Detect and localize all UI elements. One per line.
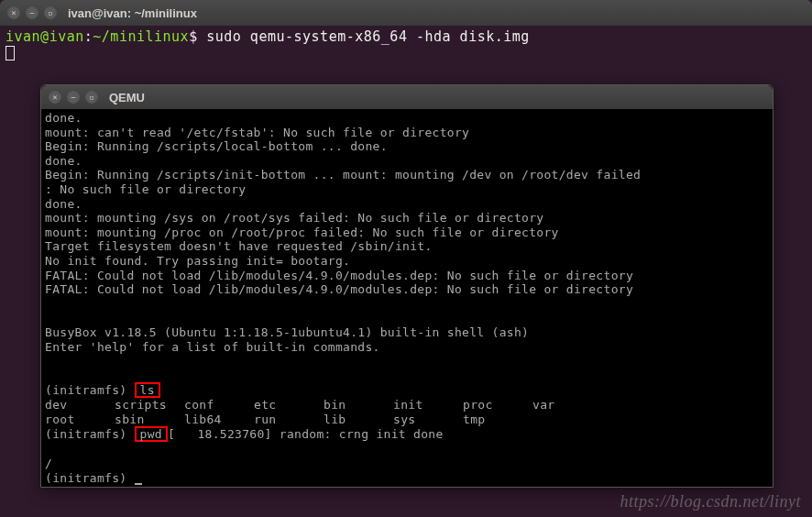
- watermark-text: https://blog.csdn.net/linyt: [620, 492, 801, 512]
- boot-log-line: done.: [45, 154, 769, 169]
- boot-log-line: mount: can't read '/etc/fstab': No such …: [45, 126, 769, 140]
- pwd-output: /: [45, 456, 769, 471]
- ls-entry: tmp: [463, 412, 532, 427]
- ls-command-highlighted: ls: [135, 382, 160, 398]
- boot-log-line: Begin: Running /scripts/local-bottom ...…: [45, 139, 769, 154]
- boot-log-line: mount: mounting /proc on /root/proc fail…: [45, 226, 769, 240]
- window-controls: × − ▫: [7, 6, 57, 19]
- boot-log-line: FATAL: Could not load /lib/modules/4.9.0…: [45, 282, 769, 297]
- boot-log-line: mount: mounting /sys on /root/sys failed…: [45, 211, 769, 226]
- minimize-icon[interactable]: −: [26, 6, 38, 19]
- ls-entry: root: [45, 412, 115, 427]
- qemu-window-title: QEMU: [109, 91, 145, 104]
- boot-log-line: done.: [45, 197, 769, 212]
- host-window-title: ivan@ivan: ~/minilinux: [68, 6, 197, 20]
- ls-entry: conf: [184, 398, 254, 412]
- boot-log-line: No init found. Try passing init= bootarg…: [45, 254, 769, 269]
- ls-entry: var: [532, 398, 602, 412]
- ls-entry: [532, 412, 602, 427]
- prompt-sep: :: [84, 28, 93, 45]
- close-icon[interactable]: ×: [7, 6, 20, 19]
- initramfs-prompt: (initramfs): [45, 383, 135, 397]
- host-terminal-content[interactable]: ivan@ivan:~/minilinux$ sudo qemu-system-…: [0, 26, 812, 65]
- boot-log-line: : No such file or directory: [45, 182, 769, 197]
- ls-entry: lib: [324, 412, 393, 427]
- terminal-cursor: [5, 46, 15, 60]
- prompt-dollar: $: [189, 28, 198, 45]
- prompt-path: ~/minilinux: [93, 28, 189, 45]
- boot-log-line: FATAL: Could not load /lib/modules/4.9.0…: [45, 269, 769, 283]
- ls-entry: run: [254, 412, 324, 427]
- ls-entry: etc: [254, 398, 324, 412]
- ls-output-row: rootsbinlib64runlibsystmp: [45, 412, 769, 427]
- qemu-window-controls: × − ▫: [49, 91, 98, 104]
- kernel-message: [ 18.523760] random: crng init done: [168, 427, 444, 441]
- ls-entry: dev: [45, 398, 115, 412]
- qemu-cursor: [135, 483, 142, 485]
- maximize-icon[interactable]: ▫: [44, 6, 57, 19]
- ls-entry: scripts: [115, 398, 184, 412]
- boot-log-line: Begin: Running /scripts/init-bottom ... …: [45, 168, 769, 182]
- host-titlebar[interactable]: × − ▫ ivan@ivan: ~/minilinux: [0, 0, 812, 26]
- initramfs-prompt: (initramfs): [45, 471, 135, 485]
- ls-entry: proc: [463, 398, 532, 412]
- entered-command: sudo qemu-system-x86_64 -hda disk.img: [206, 28, 530, 45]
- ls-output-row: devscriptsconfetcbininitprocvar: [45, 398, 769, 412]
- ls-entry: bin: [324, 398, 393, 412]
- ls-entry: lib64: [184, 412, 254, 427]
- maximize-icon[interactable]: ▫: [85, 91, 98, 104]
- qemu-window: × − ▫ QEMU done.mount: can't read '/etc/…: [40, 84, 774, 488]
- qemu-titlebar[interactable]: × − ▫ QEMU: [41, 85, 773, 109]
- ls-entry: sys: [393, 412, 463, 427]
- boot-log-line: Target filesystem doesn't have requested…: [45, 239, 769, 254]
- boot-log-line: done.: [45, 111, 769, 126]
- initramfs-prompt: (initramfs): [45, 427, 135, 441]
- ls-entry: sbin: [115, 412, 184, 427]
- ls-entry: init: [393, 398, 463, 412]
- prompt-user-host: ivan@ivan: [5, 28, 84, 45]
- busybox-help: Enter 'help' for a list of built-in comm…: [45, 340, 769, 355]
- close-icon[interactable]: ×: [49, 91, 61, 104]
- qemu-terminal-content[interactable]: done.mount: can't read '/etc/fstab': No …: [41, 109, 773, 487]
- busybox-banner: BusyBox v1.18.5 (Ubuntu 1:1.18.5-1ubuntu…: [45, 325, 769, 340]
- pwd-command-highlighted: pwd: [135, 426, 168, 442]
- minimize-icon[interactable]: −: [67, 91, 80, 104]
